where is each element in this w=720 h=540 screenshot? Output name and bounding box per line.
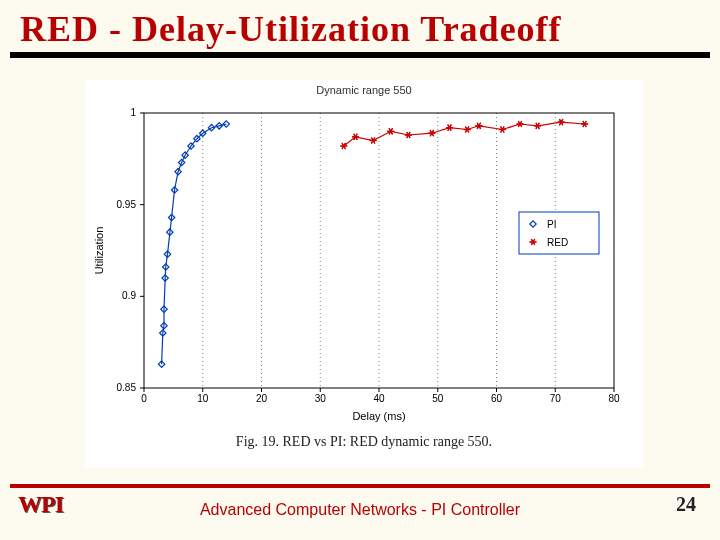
chart-svg: 010203040506070800.850.90.951Delay (ms)U… — [89, 98, 629, 428]
footer-rule — [10, 484, 710, 488]
svg-text:80: 80 — [608, 393, 620, 404]
svg-text:0.95: 0.95 — [117, 199, 137, 210]
svg-text:30: 30 — [315, 393, 327, 404]
figure-caption: Fig. 19. RED vs PI: RED dynamic range 55… — [89, 434, 639, 450]
chart-figure: Dynamic range 550 010203040506070800.850… — [85, 80, 643, 468]
svg-text:10: 10 — [197, 393, 209, 404]
svg-text:0.85: 0.85 — [117, 382, 137, 393]
svg-text:Utilization: Utilization — [93, 227, 105, 275]
svg-text:Delay (ms): Delay (ms) — [352, 410, 405, 422]
svg-text:0.9: 0.9 — [122, 290, 136, 301]
svg-text:60: 60 — [491, 393, 503, 404]
title-rule — [10, 52, 710, 58]
svg-text:0: 0 — [141, 393, 147, 404]
svg-text:RED: RED — [547, 237, 568, 248]
svg-text:20: 20 — [256, 393, 268, 404]
svg-text:1: 1 — [130, 107, 136, 118]
footer-text: Advanced Computer Networks - PI Controll… — [0, 501, 720, 519]
slide-title: RED - Delay-Utilization Tradeoff — [0, 0, 720, 52]
svg-text:50: 50 — [432, 393, 444, 404]
chart-title: Dynamic range 550 — [89, 84, 639, 96]
footer: WPI Advanced Computer Networks - PI Cont… — [0, 492, 720, 528]
svg-text:PI: PI — [547, 219, 556, 230]
page-number: 24 — [676, 493, 696, 516]
svg-text:70: 70 — [550, 393, 562, 404]
svg-text:40: 40 — [373, 393, 385, 404]
